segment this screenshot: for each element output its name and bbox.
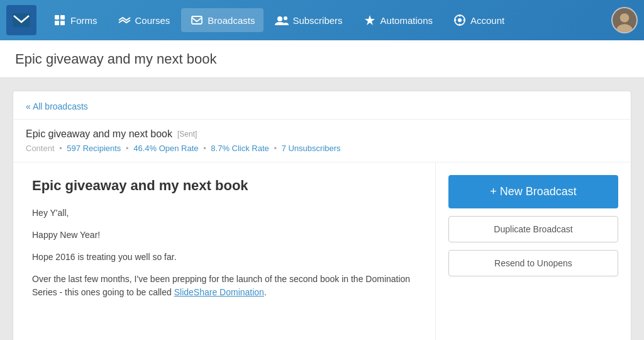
email-para-2: Happy New Year! [32, 229, 416, 242]
broadcast-title: Epic giveaway and my next book [26, 128, 172, 140]
svg-point-7 [284, 16, 287, 20]
avatar[interactable] [611, 7, 638, 33]
svg-point-10 [459, 15, 461, 17]
page-title-bar: Epic giveaway and my next book [0, 40, 644, 78]
svg-point-15 [620, 13, 629, 22]
svg-rect-4 [60, 21, 65, 25]
svg-rect-2 [60, 15, 65, 20]
sidebar-actions: + New Broadcast Duplicate Broadcast Rese… [436, 162, 631, 340]
duplicate-broadcast-button[interactable]: Duplicate Broadcast [448, 216, 618, 242]
nav-item-courses[interactable]: Courses [109, 8, 179, 32]
svg-rect-3 [55, 21, 59, 25]
svg-point-12 [455, 20, 457, 21]
sent-badge: [Sent] [177, 130, 197, 139]
click-rate-link[interactable]: 8.7% Click Rate [211, 144, 269, 153]
nav-logo[interactable] [6, 5, 36, 35]
grid-icon [53, 13, 67, 27]
slideshare-link[interactable]: SlideShare Domination [174, 287, 264, 297]
broadcasts-icon [190, 13, 204, 27]
main-nav: Forms Courses Broadcasts [0, 0, 644, 40]
courses-icon [118, 13, 131, 27]
nav-account-label: Account [470, 15, 504, 26]
nav-courses-label: Courses [135, 15, 170, 26]
email-body: Hey Y'all, Happy New Year! Hope 2016 is … [32, 207, 416, 299]
broadcast-stats: Content • 597 Recipients • 46.4% Open Ra… [26, 144, 618, 153]
content-card: « All broadcasts Epic giveaway and my ne… [13, 91, 631, 340]
svg-rect-5 [192, 16, 202, 24]
nav-item-automations[interactable]: Automations [354, 8, 441, 32]
email-para-3: Hope 2016 is treating you well so far. [32, 251, 416, 264]
email-para-1: Hey Y'all, [32, 207, 416, 220]
automations-icon [363, 13, 377, 27]
resend-to-unopens-button[interactable]: Resend to Unopens [448, 250, 618, 276]
back-link[interactable]: « All broadcasts [13, 91, 631, 120]
recipients-link[interactable]: 597 Recipients [67, 144, 121, 153]
nav-automations-label: Automations [380, 15, 433, 26]
email-preview: Epic giveaway and my next book Hey Y'all… [13, 162, 436, 340]
unsubscribers-link[interactable]: 7 Unsubscribers [282, 144, 341, 153]
broadcast-header: Epic giveaway and my next book [Sent] Co… [13, 120, 631, 162]
svg-point-6 [277, 16, 282, 21]
account-icon [453, 13, 467, 27]
page-title: Epic giveaway and my next book [15, 51, 216, 67]
open-rate-link[interactable]: 46.4% Open Rate [133, 144, 198, 153]
svg-point-9 [458, 18, 462, 22]
nav-item-account[interactable]: Account [444, 8, 513, 32]
svg-point-11 [459, 24, 461, 26]
new-broadcast-button[interactable]: + New Broadcast [448, 175, 618, 208]
nav-item-subscribers[interactable]: Subscribers [266, 8, 351, 32]
nav-forms-label: Forms [70, 15, 97, 26]
email-subject-heading: Epic giveaway and my next book [32, 178, 416, 194]
nav-item-broadcasts[interactable]: Broadcasts [181, 8, 264, 32]
nav-subscribers-label: Subscribers [292, 15, 342, 26]
subscribers-icon [275, 13, 289, 27]
svg-rect-1 [55, 15, 59, 20]
nav-item-forms[interactable]: Forms [44, 8, 106, 32]
svg-rect-0 [13, 13, 30, 27]
nav-broadcasts-label: Broadcasts [208, 15, 255, 26]
email-para-4: Over the last few months, I've been prep… [32, 273, 416, 299]
svg-point-13 [464, 20, 465, 21]
content-inner: Epic giveaway and my next book Hey Y'all… [13, 162, 631, 340]
